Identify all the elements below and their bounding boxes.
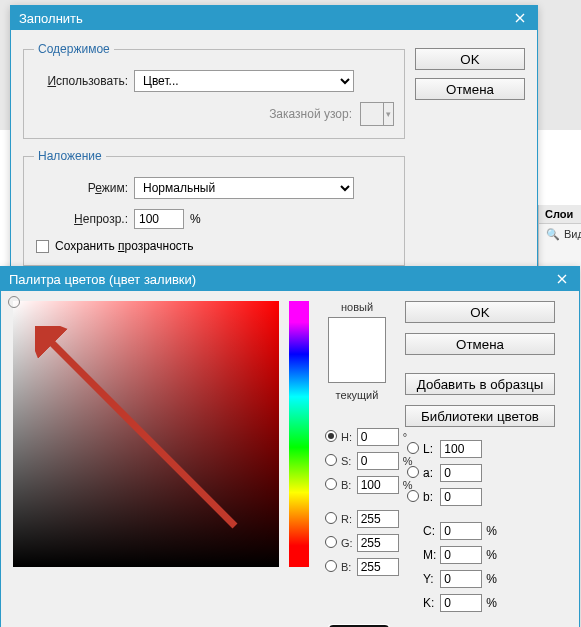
layers-row[interactable]: 🔍Вид xyxy=(539,224,581,245)
new-color-label: новый xyxy=(323,301,391,313)
custom-pattern-swatch[interactable] xyxy=(360,102,384,126)
k-unit: % xyxy=(484,591,499,615)
fill-titlebar[interactable]: Заполнить xyxy=(11,6,537,30)
m-input[interactable] xyxy=(440,546,482,564)
g-input[interactable] xyxy=(357,534,399,552)
r-label: R: xyxy=(339,507,355,531)
b2-label: B: xyxy=(339,555,355,579)
b-label: B: xyxy=(339,473,355,497)
color-libraries-button[interactable]: Библиотеки цветов xyxy=(405,405,555,427)
mode-select[interactable]: Нормальный xyxy=(134,177,354,199)
k-label: K: xyxy=(421,591,438,615)
a-radio[interactable] xyxy=(407,466,419,478)
opacity-input[interactable] xyxy=(134,209,184,229)
fill-title: Заполнить xyxy=(19,11,83,26)
h-label: H: xyxy=(339,425,355,449)
opacity-unit: % xyxy=(190,212,201,226)
preserve-transparency-label: Сохранить прозрачность xyxy=(55,239,194,253)
cancel-button[interactable]: Отмена xyxy=(405,333,555,355)
ok-button[interactable]: OK xyxy=(415,48,525,70)
layers-tab[interactable]: Слои xyxy=(539,205,581,224)
s-input[interactable] xyxy=(357,452,399,470)
y-unit: % xyxy=(484,567,499,591)
close-icon xyxy=(557,274,567,284)
close-button[interactable] xyxy=(509,9,531,27)
current-color-label: текущий xyxy=(323,389,391,401)
custom-pattern-label: Заказной узор: xyxy=(269,107,352,121)
picker-titlebar[interactable]: Палитра цветов (цвет заливки) xyxy=(1,267,579,291)
a-label: a: xyxy=(421,461,438,485)
b2-input[interactable] xyxy=(357,558,399,576)
l-radio[interactable] xyxy=(407,442,419,454)
lab-b-label: b: xyxy=(421,485,438,509)
c-unit: % xyxy=(484,519,499,543)
mode-label: Режим: xyxy=(34,181,134,195)
close-icon xyxy=(515,13,525,23)
b2-radio[interactable] xyxy=(325,560,337,572)
picker-title: Палитра цветов (цвет заливки) xyxy=(9,272,196,287)
ok-button[interactable]: OK xyxy=(405,301,555,323)
color-swatch xyxy=(328,317,386,383)
c-label: C: xyxy=(421,519,438,543)
magnifier-icon: 🔍 xyxy=(542,228,564,240)
h-radio[interactable] xyxy=(325,430,337,442)
lab-cmyk-group: L: a: b: xyxy=(405,437,499,615)
opacity-label: Непрозр.: xyxy=(34,212,134,226)
h-input[interactable] xyxy=(357,428,399,446)
color-field-cursor xyxy=(8,296,20,308)
c-input[interactable] xyxy=(440,522,482,540)
a-input[interactable] xyxy=(440,464,482,482)
b-radio[interactable] xyxy=(325,478,337,490)
lab-b-radio[interactable] xyxy=(407,490,419,502)
custom-pattern-dropdown[interactable]: ▾ xyxy=(384,102,394,126)
s-label: S: xyxy=(339,449,355,473)
y-input[interactable] xyxy=(440,570,482,588)
k-input[interactable] xyxy=(440,594,482,612)
content-group: Содержимое Использовать: Цвет... Заказно… xyxy=(23,42,405,139)
lab-b-input[interactable] xyxy=(440,488,482,506)
s-radio[interactable] xyxy=(325,454,337,466)
use-select[interactable]: Цвет... xyxy=(134,70,354,92)
m-label: M: xyxy=(421,543,438,567)
preserve-transparency-checkbox[interactable] xyxy=(36,240,49,253)
content-legend: Содержимое xyxy=(34,42,114,56)
use-label: Использовать: xyxy=(34,74,134,88)
add-to-swatches-button[interactable]: Добавить в образцы xyxy=(405,373,555,395)
cancel-button[interactable]: Отмена xyxy=(415,78,525,100)
fill-dialog: Заполнить Содержимое Использовать: Цвет.… xyxy=(10,5,538,291)
l-label: L: xyxy=(421,437,438,461)
hsb-group: H: ° S: % B: xyxy=(323,425,414,579)
y-label: Y: xyxy=(421,567,438,591)
g-label: G: xyxy=(339,531,355,555)
g-radio[interactable] xyxy=(325,536,337,548)
l-input[interactable] xyxy=(440,440,482,458)
blending-group: Наложение Режим: Нормальный Непрозр.: % … xyxy=(23,149,405,266)
b-input[interactable] xyxy=(357,476,399,494)
color-field[interactable] xyxy=(13,301,279,567)
r-input[interactable] xyxy=(357,510,399,528)
hue-slider[interactable] xyxy=(289,301,309,567)
color-picker-dialog: Палитра цветов (цвет заливки) xyxy=(0,266,580,627)
m-unit: % xyxy=(484,543,499,567)
blending-legend: Наложение xyxy=(34,149,106,163)
r-radio[interactable] xyxy=(325,512,337,524)
close-button[interactable] xyxy=(551,270,573,288)
